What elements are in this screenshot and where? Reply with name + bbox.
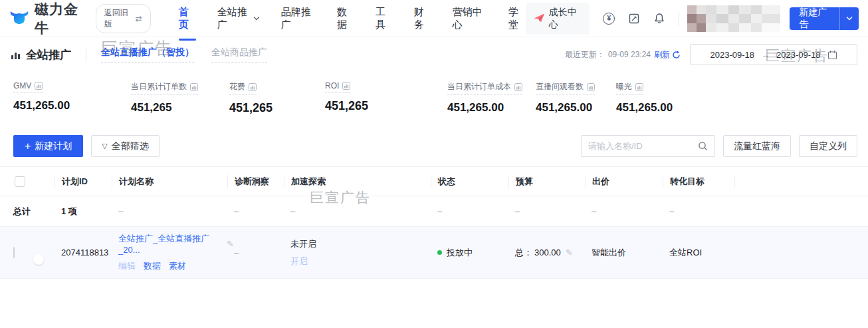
- action-material-link[interactable]: 素材: [169, 260, 186, 272]
- summary-dash: –: [234, 206, 290, 216]
- stat-order-cost-value: 451,265.00: [447, 101, 536, 114]
- summary-label: 总计: [0, 206, 32, 218]
- summary-dash: –: [118, 206, 234, 216]
- new-ad-button[interactable]: 新建广告: [790, 7, 839, 30]
- nav-item-tools[interactable]: 工具: [376, 6, 393, 31]
- nav-item-marketing-center[interactable]: 营销中心: [453, 6, 487, 31]
- header-extra: [734, 175, 868, 188]
- header-explore: 加速探索: [284, 175, 437, 188]
- plans-table: 计划ID 计划名称 诊断洞察 加速探索 状态 预算 出价 转化目标 总计 1 项…: [0, 166, 868, 279]
- header-plan-name: 计划名称: [112, 175, 234, 188]
- mini-chart-icon: [35, 82, 43, 90]
- tab-live-promotion[interactable]: 全站直播推广（智投）: [101, 47, 194, 63]
- calendar-icon: [827, 50, 837, 60]
- action-data-link[interactable]: 数据: [144, 260, 161, 272]
- nav-item-brand-promotion[interactable]: 品牌推广: [281, 6, 316, 31]
- stat-roi-value: 451,265: [325, 99, 447, 113]
- new-ad-dropdown-button[interactable]: [839, 7, 859, 30]
- search-icon[interactable]: [698, 141, 708, 151]
- plan-row: 2074118813 全站推广_全站直播推广_20... ✎ 编辑 数据 素材 …: [0, 227, 868, 279]
- edit-name-pencil-icon[interactable]: ✎: [227, 239, 234, 249]
- goal-cell: 全站ROI: [669, 247, 741, 259]
- budget-value: 300.00: [534, 247, 561, 257]
- stat-cost: 花费 451,265: [229, 81, 325, 115]
- page-title-text: 全站推广: [26, 47, 71, 63]
- stats-row: GMV 451,265.00 当日累计订单数 451,265 花费 451,26…: [0, 72, 868, 115]
- balance-button[interactable]: ¥: [603, 13, 615, 25]
- stat-order-cost-label[interactable]: 当日累计订单成本: [447, 81, 522, 95]
- promotion-tabs: 全站直播推广（智投） 全站商品推广: [101, 47, 267, 63]
- notifications-button[interactable]: [653, 13, 665, 25]
- action-edit-link[interactable]: 编辑: [118, 260, 136, 272]
- edit-budget-pencil-icon[interactable]: ✎: [566, 247, 573, 257]
- mini-chart-icon: [587, 83, 595, 91]
- stat-orders-value: 451,265: [131, 101, 229, 114]
- page-header: 全站推广 全站直播推广（智投） 全站商品推广 最近更新： 09-09 23:24…: [0, 37, 868, 72]
- plan-name-link[interactable]: 全站推广_全站直播推广_20...: [118, 233, 223, 255]
- nav-item-data[interactable]: 数据: [337, 6, 354, 31]
- stat-gmv: GMV 451,265.00: [13, 81, 131, 115]
- date-range-picker[interactable]: 2023-09-18 → 2023-09-18: [690, 44, 857, 65]
- form-edit-icon: [628, 13, 640, 25]
- search-box: [581, 135, 715, 157]
- plan-id-cell: 2074118813: [61, 247, 118, 257]
- stat-roi-label[interactable]: ROI: [325, 81, 350, 93]
- last-update-time: 09-09 23:24: [608, 50, 651, 59]
- select-all-checkbox[interactable]: [15, 176, 25, 187]
- explore-cell: 未开启 开启: [290, 238, 437, 267]
- funnel-icon: ▽: [102, 142, 107, 150]
- brand-logo: 磁力金牛: [9, 0, 86, 37]
- traffic-red-blue-sea-button[interactable]: 流量红蓝海: [723, 135, 791, 157]
- back-old-version-button[interactable]: 返回旧版 ⇄: [96, 4, 151, 33]
- chevron-down-icon: [253, 16, 260, 21]
- yen-icon: ¥: [603, 13, 615, 25]
- row-select[interactable]: [0, 247, 32, 257]
- top-navigation: 磁力金牛 返回旧版 ⇄ 首页 全站推广 品牌推广 数据 工具 财务 营销中心 学…: [0, 0, 868, 37]
- stat-gmv-label[interactable]: GMV: [13, 81, 43, 93]
- table-toolbar: + 新建计划 ▽ 全部筛选 流量红蓝海 自定义列: [0, 135, 868, 157]
- summary-dash: –: [290, 206, 437, 216]
- custom-columns-button[interactable]: 自定义列: [799, 135, 857, 157]
- date-arrow: →: [761, 50, 770, 60]
- refresh-button[interactable]: 刷新: [654, 49, 681, 61]
- filter-all-button[interactable]: ▽ 全部筛选: [91, 135, 159, 157]
- nav-item-finance[interactable]: 财务: [414, 6, 431, 31]
- nav-item-site-promotion[interactable]: 全站推广: [217, 6, 260, 31]
- date-end: 2023-09-18: [776, 50, 821, 60]
- tab-product-promotion[interactable]: 全站商品推广: [211, 47, 267, 63]
- new-plan-label: 新建计划: [35, 140, 72, 152]
- header-select-all[interactable]: [0, 175, 32, 188]
- back-old-version-label: 返回旧版: [104, 7, 133, 30]
- paper-plane-icon: [534, 13, 545, 23]
- growth-center-label: 成长中心: [549, 7, 582, 31]
- nav-item-academy[interactable]: 学堂: [508, 6, 526, 31]
- plus-icon: +: [25, 141, 31, 152]
- table-header-row: 计划ID 计划名称 诊断洞察 加速探索 状态 预算 出价 转化目标: [0, 167, 868, 196]
- bell-icon: [653, 13, 665, 25]
- explore-enable-link[interactable]: 开启: [290, 256, 308, 266]
- header-status: 状态: [431, 175, 515, 188]
- new-plan-button[interactable]: + 新建计划: [13, 135, 83, 157]
- search-input[interactable]: [588, 141, 694, 151]
- stat-orders-label[interactable]: 当日累计订单数: [131, 81, 198, 95]
- nav-item-home[interactable]: 首页: [179, 6, 196, 31]
- stat-live-views-label[interactable]: 直播间观看数: [536, 81, 595, 95]
- stat-impressions-label[interactable]: 曝光: [616, 81, 643, 95]
- row-checkbox[interactable]: [13, 247, 15, 258]
- report-form-button[interactable]: [628, 13, 640, 25]
- mini-chart-icon: [635, 83, 643, 91]
- summary-dash: –: [515, 206, 592, 216]
- growth-center-button[interactable]: 成长中心: [526, 3, 590, 35]
- budget-label: 总：: [515, 247, 532, 259]
- stat-impressions: 曝光 451,265.00: [616, 81, 673, 115]
- last-update-label: 最近更新：: [565, 49, 605, 61]
- new-ad-split-button[interactable]: 新建广告: [790, 7, 859, 30]
- header-plan-id: 计划ID: [54, 175, 118, 188]
- stat-cost-label[interactable]: 花费: [229, 81, 257, 95]
- summary-dash: –: [669, 206, 741, 216]
- user-avatar-blurred[interactable]: [687, 5, 780, 32]
- header-bid: 出价: [585, 175, 669, 188]
- status-dot-icon: [437, 250, 442, 255]
- last-update-info: 最近更新： 09-09 23:24 刷新: [565, 49, 681, 61]
- mini-chart-icon: [342, 82, 350, 90]
